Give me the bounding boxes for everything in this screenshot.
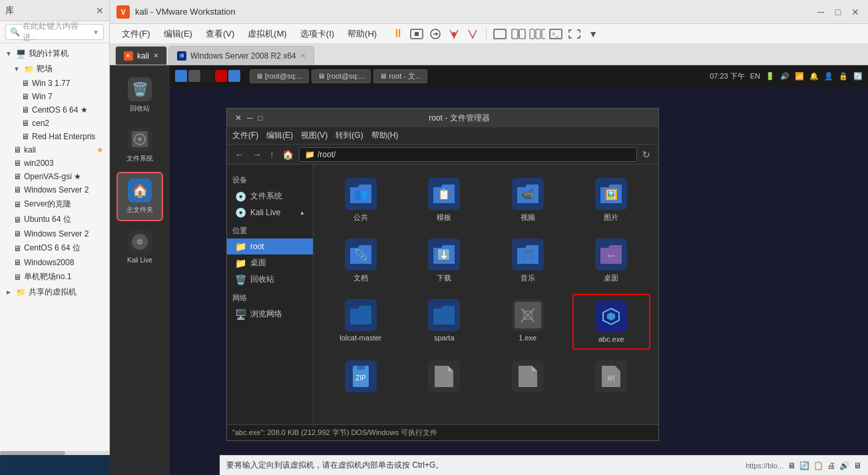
fm-sidebar-root[interactable]: 📁 root [227, 238, 313, 254]
tree-item-shared[interactable]: ► 📁 共享的虚拟机 [0, 284, 109, 300]
svg-text:🎵: 🎵 [521, 248, 535, 261]
menu-edit[interactable]: 编辑(E) [158, 27, 198, 41]
menu-tab[interactable]: 选项卡(I) [295, 27, 339, 41]
toolbar-screen1[interactable] [492, 26, 508, 42]
menu-view[interactable]: 查看(V) [200, 27, 240, 41]
fm-back-button[interactable]: ← [232, 148, 247, 161]
kali-terminal-2[interactable]: 🖥 [root@sq:... [312, 69, 371, 83]
toolbar-btn4[interactable] [446, 26, 462, 42]
hash-icon: #! [595, 360, 627, 392]
kali-sidebar-home[interactable]: 🏠 主文件夹 [116, 172, 163, 221]
library-search-input[interactable]: 🔍 在此处键入内容进... ▼ [5, 24, 104, 40]
fm-home-button[interactable]: 🏠 [280, 148, 296, 161]
indicator-gray [188, 70, 200, 82]
fm-close-button[interactable]: ✕ [232, 113, 244, 123]
fm-forward-button[interactable]: → [250, 148, 264, 161]
fm-file-downloads[interactable]: ⬇️ 下载 [405, 233, 484, 288]
kali-desktop-area[interactable]: ✕ ─ □ root - 文件管理器 文件(F) 编辑(E) 视图(V) 转到(… [170, 87, 868, 475]
fm-sidebar-network[interactable]: 🖥️ 浏览网络 [227, 306, 313, 322]
fm-file-template[interactable]: 📋 模板 [405, 173, 484, 228]
bottom-icon-4: 🖨 [827, 461, 835, 470]
pause-button[interactable]: ⏸ [390, 26, 406, 42]
tree-item-ubuntu64[interactable]: 🖥 Ubuntu 64 位 [0, 212, 109, 227]
fm-file-zip[interactable]: ZIP [322, 355, 400, 400]
fm-menu-goto[interactable]: 转到(G) [335, 130, 363, 141]
tree-item-winserver2[interactable]: 🖥 Windows Server 2 [0, 227, 109, 240]
fm-file-desktop-folder[interactable]: ··· 桌面 [572, 233, 651, 288]
kali-battery-icon: 🔋 [765, 72, 775, 81]
trash-icon: 🗑️ [128, 77, 152, 101]
library-search-area: 🔍 在此处键入内容进... ▼ [0, 21, 109, 43]
tree-item-target-group[interactable]: ▼ 📁 靶场 [0, 61, 109, 77]
fm-menu-help[interactable]: 帮助(H) [371, 130, 399, 141]
fm-file-1exe[interactable]: 1.exe [489, 294, 567, 350]
kali-sidebar-filesystem[interactable]: 文件系统 [116, 122, 163, 169]
fm-menu-view[interactable]: 视图(V) [301, 130, 327, 141]
fm-file-sparta[interactable]: sparta [405, 294, 484, 350]
vm-icon: 🖥 [21, 132, 29, 141]
fm-file-lolcat[interactable]: lolcat-master [322, 294, 400, 350]
fm-menu-file[interactable]: 文件(F) [232, 130, 258, 141]
tree-item-cen2[interactable]: 🖥 cen2 [0, 117, 109, 130]
menu-vm[interactable]: 虚拟机(M) [242, 27, 292, 41]
fm-status-bar: "abc.exe": 208.0 KiB (212,992 字节) DOS/Wi… [227, 424, 658, 440]
tree-item-mycomputer[interactable]: ▼ 🖥️ 我的计算机 [0, 46, 109, 61]
fm-file-pictures[interactable]: 🖼️ 图片 [572, 173, 651, 228]
tree-item-win2003[interactable]: 🖥 win2003 [0, 157, 109, 170]
tree-item-win3[interactable]: 🖥 Win 3 1.77 [0, 77, 109, 90]
fm-max-button[interactable]: □ [256, 113, 266, 123]
tab-winserver-close[interactable]: ✕ [300, 52, 306, 59]
toolbar-screen3[interactable] [529, 26, 545, 42]
fm-sidebar-kali-live[interactable]: 💿 Kali Live ▲ [227, 205, 313, 221]
fm-file-video[interactable]: 📹 视频 [489, 173, 567, 228]
fm-path-bar[interactable]: 📁 /root/ [299, 147, 637, 162]
close-button[interactable]: ✕ [849, 6, 861, 18]
tab-kali-close[interactable]: ✕ [153, 52, 158, 59]
tree-item-redhat[interactable]: 🖥 Red Hat Enterpris [0, 130, 109, 143]
tree-item-range1[interactable]: 🖥 单机靶场no.1 [0, 269, 109, 284]
vm-icon: 🖥 [13, 244, 21, 253]
toolbar-fullscreen[interactable] [566, 26, 582, 42]
tab-winserver[interactable]: ⊞ Windows Server 2008 R2 x64 ✕ [168, 46, 314, 65]
maximize-button[interactable]: □ [832, 6, 844, 18]
fm-refresh-button[interactable]: ↻ [640, 148, 653, 161]
tree-item-kali[interactable]: 🖥 kali ★ [0, 143, 109, 157]
toolbar-btn2[interactable] [409, 26, 425, 42]
kali-sidebar-trash[interactable]: 🗑️ 回收站 [116, 72, 163, 119]
fm-file-hash[interactable]: #! [572, 355, 651, 400]
fm-file-doc3[interactable] [489, 355, 567, 400]
fm-min-button[interactable]: ─ [244, 113, 256, 123]
tree-item-windows2008[interactable]: 🖥 Windows2008 [0, 256, 109, 269]
fm-sidebar-desktop[interactable]: 📁 桌面 [227, 254, 313, 271]
tree-item-centos664b[interactable]: 🖥 CentOS 6 64 位 [0, 240, 109, 256]
library-close-button[interactable]: ✕ [96, 5, 104, 16]
toolbar-btn3[interactable] [427, 26, 443, 42]
tree-item-centos664[interactable]: 🖥 CentOS 6 64 ★ [0, 103, 109, 117]
fm-file-abc-exe[interactable]: abc.exe [572, 294, 651, 350]
menu-file[interactable]: 文件(F) [116, 27, 156, 41]
tab-kali[interactable]: K kali ✕ [115, 46, 167, 65]
fm-file-docs[interactable]: 📎 文档 [322, 233, 400, 288]
fm-sidebar-trash[interactable]: 🗑️ 回收站 [227, 271, 313, 288]
toolbar-terminal[interactable]: >_ [548, 26, 564, 42]
toolbar-more[interactable]: ▼ [585, 26, 601, 42]
tree-item-serverclone[interactable]: 🖥 Server的克隆 [0, 197, 109, 212]
kali-sidebar-kali-live[interactable]: Kali Live [116, 225, 163, 269]
fm-file-music[interactable]: 🎵 音乐 [489, 233, 567, 288]
kali-terminal-3[interactable]: 🖥 root - 文... [373, 69, 427, 83]
minimize-button[interactable]: ─ [815, 6, 827, 18]
tree-item-winserver1[interactable]: 🖥 Windows Server 2 [0, 183, 109, 197]
fm-menu-edit[interactable]: 编辑(E) [266, 130, 293, 141]
fm-file-doc2[interactable] [405, 355, 484, 400]
svg-rect-15 [415, 32, 419, 36]
tree-item-openvas[interactable]: 🖥 OpenVAS-gsi ★ [0, 170, 109, 183]
fm-up-button[interactable]: ↑ [267, 148, 277, 161]
fm-file-public[interactable]: 👥 公共 [322, 173, 400, 228]
kali-terminal-1[interactable]: 🖥 [root@sq:... [250, 69, 309, 83]
tree-item-win7[interactable]: 🖥 Win 7 [0, 90, 109, 103]
menu-help[interactable]: 帮助(H) [342, 27, 382, 41]
toolbar-screen2[interactable] [511, 26, 527, 42]
library-scrollbar[interactable] [0, 451, 109, 455]
fm-sidebar-filesystem[interactable]: 💿 文件系统 [227, 188, 313, 205]
toolbar-btn5[interactable] [465, 26, 481, 42]
